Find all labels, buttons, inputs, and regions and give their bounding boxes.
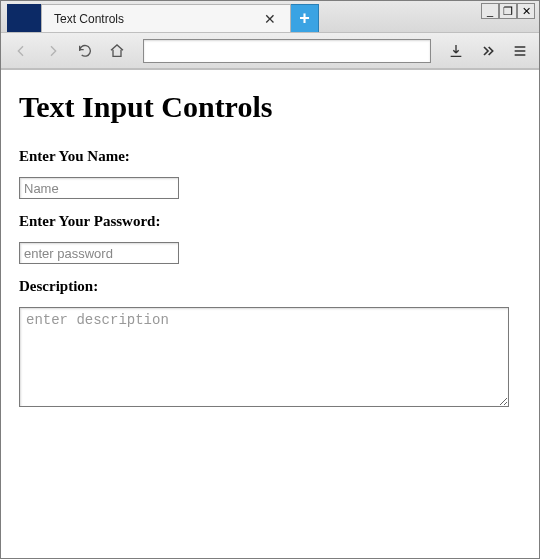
description-textarea[interactable] [19, 307, 509, 407]
plus-icon: + [299, 8, 310, 29]
page-content: Text Input Controls Enter You Name: Ente… [1, 69, 539, 558]
browser-tab[interactable]: Text Controls ✕ [41, 4, 291, 32]
reload-icon [77, 43, 93, 59]
hamburger-icon [512, 43, 528, 59]
toolbar [1, 33, 539, 69]
new-tab-button[interactable]: + [291, 4, 319, 32]
minimize-icon: _ [487, 5, 493, 17]
forward-button[interactable] [41, 39, 65, 63]
chevron-double-right-icon [480, 43, 496, 59]
back-button[interactable] [9, 39, 33, 63]
window-minimize-button[interactable]: _ [481, 3, 499, 19]
name-input[interactable] [19, 177, 179, 199]
window-close-button[interactable]: ✕ [517, 3, 535, 19]
url-input[interactable] [143, 39, 431, 63]
reload-button[interactable] [73, 39, 97, 63]
maximize-icon: ❐ [503, 5, 513, 18]
description-label: Description: [19, 278, 521, 295]
titlebar: Text Controls ✕ + _ ❐ ✕ [1, 1, 539, 33]
app-accent [7, 4, 41, 32]
home-icon [109, 43, 125, 59]
overflow-button[interactable] [477, 40, 499, 62]
back-arrow-icon [13, 43, 29, 59]
page-heading: Text Input Controls [19, 90, 521, 124]
close-icon: ✕ [522, 5, 531, 18]
window-controls: _ ❐ ✕ [481, 3, 535, 19]
download-icon [448, 43, 464, 59]
name-label: Enter You Name: [19, 148, 521, 165]
toolbar-right [445, 40, 531, 62]
password-label: Enter Your Password: [19, 213, 521, 230]
window-maximize-button[interactable]: ❐ [499, 3, 517, 19]
tab-close-icon[interactable]: ✕ [260, 11, 280, 27]
download-button[interactable] [445, 40, 467, 62]
menu-button[interactable] [509, 40, 531, 62]
forward-arrow-icon [45, 43, 61, 59]
password-input[interactable] [19, 242, 179, 264]
tab-title: Text Controls [54, 12, 124, 26]
browser-window: Text Controls ✕ + _ ❐ ✕ [0, 0, 540, 559]
home-button[interactable] [105, 39, 129, 63]
